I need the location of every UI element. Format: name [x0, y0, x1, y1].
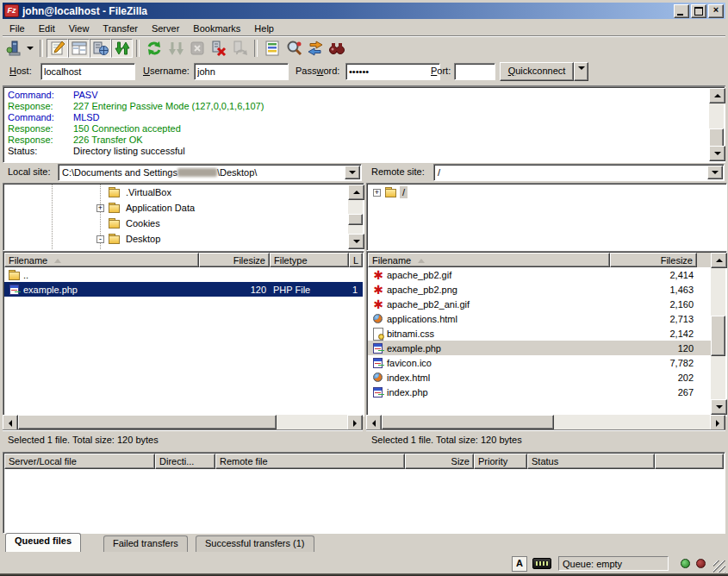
site-manager-dropdown-button[interactable] [24, 39, 36, 58]
menu-file[interactable]: File [3, 22, 32, 35]
menu-transfer[interactable]: Transfer [96, 22, 145, 35]
maximize-button[interactable] [691, 4, 706, 18]
host-label: Host: [9, 66, 32, 76]
local-path: C:\Documents and Settings\Desktop\ [59, 166, 345, 179]
tab-successful-transfers[interactable]: Successful transfers (1) [196, 535, 314, 552]
tree-item[interactable]: - Desktop [4, 231, 348, 247]
synchronized-browsing-button[interactable] [304, 39, 326, 58]
file-row[interactable]: index.php267 [368, 385, 711, 399]
column-header-filetype[interactable]: Filetype [270, 253, 349, 267]
process-queue-button[interactable] [165, 39, 186, 58]
tree-item[interactable]: + / [368, 185, 725, 200]
disconnect-button[interactable] [208, 39, 229, 58]
column-header-filesize[interactable]: Filesize [610, 253, 697, 267]
scrollbar-thumb[interactable] [711, 316, 725, 356]
remote-directory-tree: + / [366, 183, 727, 251]
toggle-local-tree-button[interactable] [68, 39, 90, 58]
quickconnect-button[interactable]: Quickconnect [500, 62, 574, 81]
scrollbar-thumb[interactable] [18, 415, 277, 429]
close-button[interactable]: × [708, 4, 724, 18]
minimize-button[interactable] [674, 4, 689, 18]
file-row[interactable]: ✱apache_pb2_ani.gif2,160 [368, 297, 711, 311]
scroll-up-button[interactable] [709, 88, 725, 103]
ascii-data-type-icon[interactable]: A [512, 556, 527, 572]
toggle-transfer-queue-button[interactable] [111, 39, 133, 58]
tab-failed-transfers[interactable]: Failed transfers [103, 535, 188, 552]
remote-list-scrollbar[interactable] [711, 253, 725, 415]
scroll-down-button[interactable] [348, 234, 364, 249]
file-row[interactable]: index.html202 [368, 370, 711, 385]
menu-view[interactable]: View [62, 22, 96, 35]
port-input[interactable] [454, 63, 495, 80]
combo-dropdown-button[interactable] [345, 166, 360, 179]
scroll-up-button[interactable] [711, 253, 727, 268]
column-header-server-local-file[interactable]: Server/Local file [4, 454, 155, 469]
column-header-size[interactable]: Size [405, 454, 474, 469]
menu-server[interactable]: Server [145, 22, 186, 35]
file-row[interactable]: ✱apache_pb2.png1,463 [368, 282, 711, 297]
toolbar-separator [40, 40, 43, 57]
combo-dropdown-button[interactable] [707, 166, 723, 179]
title-bar[interactable]: Fz john@localhost - FileZilla × [3, 3, 725, 19]
log-scrollbar[interactable] [709, 88, 724, 161]
file-row-selected[interactable]: example.php120 [368, 341, 711, 355]
directory-compare-button[interactable] [283, 39, 304, 58]
local-tree-scrollbar[interactable] [348, 185, 363, 249]
tree-item[interactable]: + Application Data [4, 200, 348, 216]
reconnect-button[interactable] [229, 39, 251, 58]
cancel-operation-button[interactable] [186, 39, 208, 58]
close-icon: × [709, 4, 723, 15]
scroll-up-button[interactable] [348, 185, 364, 200]
transfer-queue-icon [114, 40, 131, 57]
tab-queued-files[interactable]: Queued files [5, 533, 81, 552]
port-label: Port: [431, 66, 451, 76]
file-row[interactable]: favicon.ico7,782 [368, 355, 711, 370]
file-row[interactable]: applications.html2,713 [368, 311, 711, 326]
column-header-status[interactable]: Status [527, 454, 655, 469]
app-icon[interactable]: Fz [4, 4, 19, 17]
sort-ascending-icon [54, 255, 61, 263]
remote-list-hscrollbar[interactable] [366, 415, 725, 429]
toggle-message-log-button[interactable] [47, 39, 68, 58]
local-site-combobox[interactable]: C:\Documents and Settings\Desktop\ [58, 164, 362, 181]
column-header-filename[interactable]: Filename [368, 253, 610, 267]
directory-filter-button[interactable] [261, 39, 283, 58]
local-list-hscrollbar[interactable] [3, 415, 363, 429]
tree-collapse-icon[interactable]: - [96, 235, 104, 243]
file-row-selected[interactable]: example.php 120 PHP File 1 [4, 282, 363, 297]
scrollbar-thumb[interactable] [348, 214, 363, 225]
tree-expand-icon[interactable]: + [373, 189, 381, 197]
tree-item[interactable]: .VirtualBox [4, 185, 348, 200]
file-row[interactable]: .. [4, 267, 363, 282]
toggle-remote-tree-button[interactable] [90, 39, 111, 58]
file-row[interactable]: bitnami.css2,142 [368, 326, 711, 341]
password-input[interactable] [345, 63, 440, 80]
scroll-down-button[interactable] [711, 399, 727, 415]
quickconnect-dropdown-button[interactable] [574, 62, 588, 81]
scroll-down-button[interactable] [709, 146, 725, 161]
host-input[interactable] [40, 63, 135, 80]
file-row[interactable]: ✱apache_pb2.gif2,414 [368, 267, 711, 282]
username-input[interactable] [194, 63, 289, 80]
resize-grip[interactable] [713, 560, 725, 573]
remote-site-row: Remote site: / [366, 163, 725, 183]
menu-edit[interactable]: Edit [32, 22, 62, 35]
column-header-last-modified[interactable]: L [349, 253, 363, 267]
scrollbar-thumb[interactable] [709, 128, 724, 147]
tree-expand-icon[interactable]: + [96, 204, 104, 212]
menu-help[interactable]: Help [247, 22, 281, 35]
refresh-button[interactable] [143, 39, 165, 58]
column-header-filesize[interactable]: Filesize [199, 253, 270, 267]
folder-icon [108, 233, 121, 245]
speed-limits-icon[interactable] [532, 558, 551, 569]
column-header-direction[interactable]: Directi... [155, 454, 215, 469]
site-manager-button[interactable] [3, 39, 24, 58]
column-header-remote-file[interactable]: Remote file [215, 454, 405, 469]
menu-bookmarks[interactable]: Bookmarks [186, 22, 247, 35]
remote-site-combobox[interactable]: / [433, 164, 725, 181]
column-header-filename[interactable]: Filename [4, 253, 199, 267]
tree-item[interactable]: Cookies [4, 216, 348, 231]
column-header-priority[interactable]: Priority [474, 454, 527, 469]
file-search-button[interactable] [326, 39, 347, 58]
scrollbar-thumb[interactable] [382, 415, 554, 429]
